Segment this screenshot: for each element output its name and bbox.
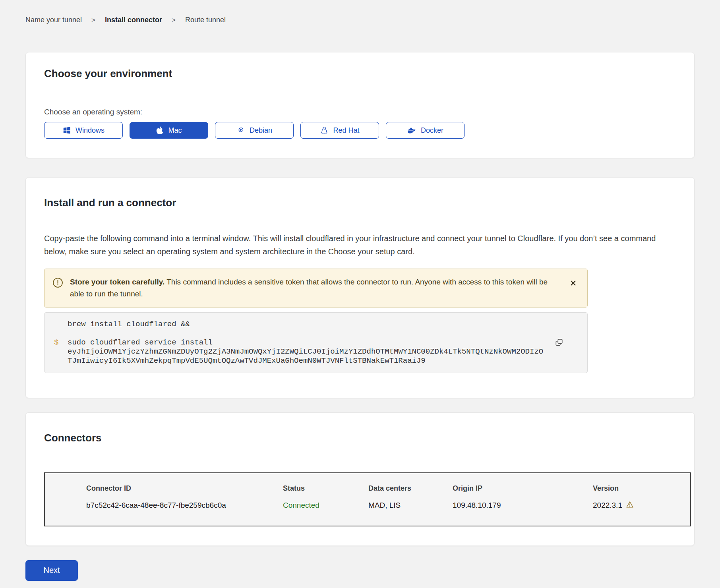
version-value: 2022.3.1 — [593, 501, 622, 510]
install-connector-card: Install and run a connector Copy-paste t… — [25, 177, 695, 398]
code-text: brew install cloudflared && — [68, 320, 544, 329]
docker-whale-icon — [407, 126, 416, 135]
code-prompt: $ — [54, 338, 68, 366]
card-title: Install and run a connector — [44, 197, 676, 209]
alert-close-button[interactable] — [568, 278, 579, 290]
breadcrumb-separator: > — [91, 16, 95, 24]
os-button-group: Windows Mac Debian — [44, 122, 676, 139]
page: Name your tunnel > Install connector > R… — [0, 0, 720, 588]
connectors-card: Connectors Connector ID Status Data cent… — [25, 412, 695, 545]
os-select-label: Choose an operating system: — [44, 108, 676, 116]
os-button-redhat[interactable]: Red Hat — [300, 122, 379, 139]
alert-title: Store your token carefully. — [70, 278, 165, 286]
token-warning-alert: Store your token carefully. This command… — [44, 269, 588, 308]
column-header-origin-ip: Origin IP — [453, 484, 593, 493]
debian-icon — [236, 126, 245, 135]
os-button-label: Windows — [75, 126, 105, 135]
os-button-docker[interactable]: Docker — [386, 122, 465, 139]
column-header-data-centers: Data centers — [368, 484, 453, 493]
version-cell: 2022.3.1 — [593, 501, 690, 511]
breadcrumb-step-route-tunnel[interactable]: Route tunnel — [185, 16, 226, 24]
breadcrumb-step-name-tunnel[interactable]: Name your tunnel — [25, 16, 82, 24]
next-button[interactable]: Next — [25, 560, 78, 581]
code-token-text: TJmIiwicyI6Ik5XVmhZekpqTmpVdE5UQmtOQzAwT… — [68, 356, 544, 366]
breadcrumb-step-install-connector[interactable]: Install connector — [105, 16, 162, 24]
apple-icon — [156, 126, 164, 134]
status-badge: Connected — [283, 501, 368, 510]
table-row: b7c52c42-6caa-48ee-8c77-fbe259cb6c0a Con… — [86, 501, 690, 511]
os-button-debian[interactable]: Debian — [215, 122, 294, 139]
install-command-codeblock: brew install cloudflared && $ sudo cloud… — [44, 312, 588, 373]
os-button-label: Docker — [421, 126, 443, 135]
code-line: $ sudo cloudflared service install eyJhI… — [54, 338, 544, 366]
column-header-version: Version — [593, 484, 690, 493]
warning-triangle-icon — [626, 501, 634, 511]
close-icon — [570, 281, 576, 287]
code-token-text: eyJhIjoiOWM1YjczYzhmZGNmZDUyOTg2ZjA3NmJm… — [68, 347, 544, 356]
table-header-row: Connector ID Status Data centers Origin … — [86, 484, 690, 493]
alert-text: Store your token carefully. This command… — [70, 276, 561, 300]
code-text: sudo cloudflared service install — [68, 338, 544, 347]
breadcrumb: Name your tunnel > Install connector > R… — [25, 16, 695, 24]
os-button-label: Debian — [250, 126, 272, 135]
os-button-label: Red Hat — [333, 126, 359, 135]
code-line: brew install cloudflared && — [54, 320, 544, 329]
origin-ip-cell: 109.48.10.179 — [453, 501, 593, 510]
column-header-connector-id: Connector ID — [86, 484, 283, 493]
connectors-table: Connector ID Status Data centers Origin … — [44, 472, 691, 526]
code-prompt — [54, 320, 68, 329]
breadcrumb-separator: > — [172, 16, 176, 24]
data-centers-cell: MAD, LIS — [368, 501, 453, 510]
card-title: Choose your environment — [44, 68, 676, 80]
copy-icon — [555, 342, 563, 348]
column-header-status: Status — [283, 484, 368, 493]
choose-environment-card: Choose your environment Choose an operat… — [25, 52, 695, 158]
card-title: Connectors — [44, 432, 676, 444]
os-button-mac[interactable]: Mac — [130, 122, 208, 139]
tux-penguin-icon — [320, 126, 329, 135]
copy-command-button[interactable] — [553, 336, 565, 349]
os-button-windows[interactable]: Windows — [44, 122, 123, 139]
install-description: Copy-paste the following command into a … — [44, 232, 676, 258]
alert-exclamation-icon — [52, 277, 63, 290]
windows-icon — [62, 126, 71, 135]
connector-id-cell: b7c52c42-6caa-48ee-8c77-fbe259cb6c0a — [86, 501, 283, 510]
os-button-label: Mac — [168, 126, 182, 135]
